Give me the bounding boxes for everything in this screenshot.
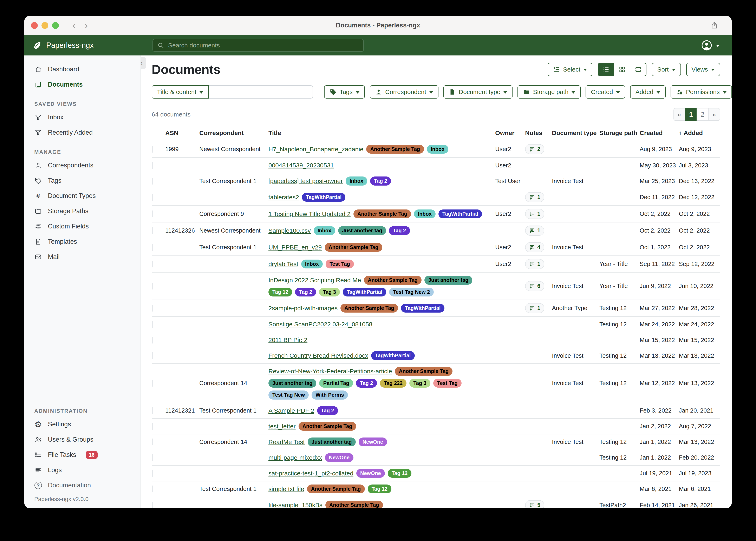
document-link[interactable]: file-sample_150kBs xyxy=(268,502,322,508)
filter-storage-path-button[interactable]: Storage path xyxy=(517,85,581,99)
share-icon[interactable] xyxy=(710,21,718,30)
sidebar-item-inbox[interactable]: Inbox xyxy=(24,110,141,125)
sidebar-item-templates[interactable]: Templates xyxy=(24,234,141,249)
tag-pill[interactable]: Another Sample Tag xyxy=(395,367,452,376)
filter-text-input[interactable] xyxy=(208,85,313,99)
row-checkbox[interactable] xyxy=(152,470,152,477)
filter-document-type-button[interactable]: Document type xyxy=(443,85,513,99)
notes-badge[interactable]: 5 xyxy=(525,500,544,508)
document-link[interactable]: test_letter xyxy=(268,423,296,430)
row-checkbox[interactable] xyxy=(152,227,152,234)
tag-pill[interactable]: Another Sample Tag xyxy=(299,422,356,431)
row-checkbox[interactable] xyxy=(152,162,152,169)
cell-storage-path[interactable]: Testing 12 xyxy=(599,321,640,328)
tag-pill[interactable]: Another Sample Tag xyxy=(325,243,382,252)
column-header-created[interactable]: Created xyxy=(640,130,679,137)
search-input[interactable] xyxy=(168,42,359,49)
filter-created-button[interactable]: Created xyxy=(586,85,625,99)
row-checkbox[interactable] xyxy=(152,423,152,430)
tag-pill[interactable]: TagWithPartial xyxy=(401,304,444,313)
pagination-prev-button[interactable]: « xyxy=(673,108,685,121)
row-checkbox[interactable] xyxy=(152,337,152,343)
cell-correspondent[interactable]: Test Correspondent 1 xyxy=(199,178,268,185)
global-search[interactable] xyxy=(152,39,364,52)
row-checkbox[interactable] xyxy=(152,261,152,268)
tag-pill[interactable]: Test Tag New xyxy=(268,390,309,399)
row-checkbox[interactable] xyxy=(152,380,152,386)
column-header-storage-path[interactable]: Storage path xyxy=(599,130,640,137)
cell-document-type[interactable]: Invoice Test xyxy=(552,244,599,251)
cell-correspondent[interactable]: Correspondent 14 xyxy=(199,380,268,386)
sidebar-item-correspondents[interactable]: Correspondents xyxy=(24,158,141,173)
row-checkbox[interactable] xyxy=(152,305,152,311)
document-link[interactable]: H7_Napoleon_Bonaparte_zadanie xyxy=(268,146,363,153)
cell-correspondent[interactable]: Test Correspondent 1 xyxy=(199,407,268,414)
row-checkbox[interactable] xyxy=(152,352,152,359)
cell-document-type[interactable]: Invoice Test xyxy=(552,438,599,445)
sidebar-item-mail[interactable]: Mail xyxy=(24,249,141,265)
user-menu[interactable] xyxy=(701,39,720,51)
view-details-button[interactable] xyxy=(630,63,646,76)
document-link[interactable]: sat-practice-test-1_pt2-collated xyxy=(268,470,353,477)
tag-pill[interactable]: Another Sample Tag xyxy=(353,210,411,219)
tag-pill[interactable]: Inbox xyxy=(301,260,323,269)
sidebar-item-tags[interactable]: Tags xyxy=(24,173,141,188)
view-list-button[interactable] xyxy=(598,63,614,76)
brand[interactable]: Paperless-ngx xyxy=(24,41,141,50)
view-grid-button[interactable] xyxy=(614,63,630,76)
document-link[interactable]: ReadMe Test xyxy=(268,438,305,445)
document-link[interactable]: multi-page-mixedxx xyxy=(268,454,322,461)
document-link[interactable]: A Sample PDF 2 xyxy=(268,407,314,414)
column-header-owner[interactable]: Owner xyxy=(495,130,525,137)
pagination-next-button[interactable]: » xyxy=(708,108,720,121)
document-link[interactable]: 2sample-pdf-with-images xyxy=(268,305,338,312)
cell-storage-path[interactable]: Year - Title xyxy=(599,261,640,268)
row-checkbox[interactable] xyxy=(152,321,152,328)
tag-pill[interactable]: Inbox xyxy=(414,210,436,219)
column-header-correspondent[interactable]: Correspondent xyxy=(199,130,268,137)
tag-pill[interactable]: NewOne xyxy=(359,437,387,447)
tag-pill[interactable]: Tag 2 xyxy=(356,379,377,388)
tag-pill[interactable]: Another Sample Tag xyxy=(366,145,424,154)
tag-pill[interactable]: Another Sample Tag xyxy=(307,484,365,494)
row-checkbox[interactable] xyxy=(152,178,152,185)
tag-pill[interactable]: TagWithPartial xyxy=(302,193,345,202)
tag-pill[interactable]: Just another tag xyxy=(424,275,472,285)
column-header-document-type[interactable]: Document type xyxy=(552,130,599,137)
minimize-window-button[interactable] xyxy=(41,22,48,29)
close-window-button[interactable] xyxy=(31,22,38,29)
notes-badge[interactable]: 1 xyxy=(525,192,544,202)
row-checkbox[interactable] xyxy=(152,194,152,201)
row-checkbox[interactable] xyxy=(152,407,152,414)
sidebar-item-users-groups[interactable]: Users & Groups xyxy=(24,432,141,447)
document-link[interactable]: drylab Test xyxy=(268,261,298,268)
document-link[interactable]: 1 Testing New Title Updated 2 xyxy=(268,211,351,218)
document-link[interactable]: Review-of-New-York-Federal-Petitions-art… xyxy=(268,368,392,375)
filter-permissions-button[interactable]: Permissions xyxy=(671,85,732,99)
document-link[interactable]: Sonstige ScanPC2022 03-24_081058 xyxy=(268,321,372,328)
cell-storage-path[interactable]: TestPath2 xyxy=(599,502,640,508)
sidebar-item-storage-paths[interactable]: Storage Paths xyxy=(24,204,141,219)
tag-pill[interactable]: TagWithPartial xyxy=(438,210,482,219)
tag-pill[interactable]: Tag 2 xyxy=(295,287,316,297)
column-header-asn[interactable]: ASN xyxy=(165,130,199,137)
column-header-title[interactable]: Title xyxy=(268,130,495,137)
filter-tags-button[interactable]: Tags xyxy=(324,85,365,99)
tag-pill[interactable]: Inbox xyxy=(346,177,367,186)
cell-storage-path[interactable]: Testing 12 xyxy=(599,380,640,386)
notes-badge[interactable]: 1 xyxy=(525,259,544,269)
tag-pill[interactable]: Tag 3 xyxy=(319,287,340,297)
tag-pill[interactable]: Tag 222 xyxy=(380,379,406,388)
cell-storage-path[interactable]: Testing 12 xyxy=(599,438,640,445)
select-button[interactable]: Select xyxy=(548,63,592,76)
tag-pill[interactable]: Tag 12 xyxy=(388,469,411,478)
document-link[interactable]: [paperless] test post-owner xyxy=(268,178,343,185)
tag-pill[interactable]: Tag 12 xyxy=(368,484,391,494)
tag-pill[interactable]: Test Tag xyxy=(326,260,354,269)
notes-badge[interactable]: 2 xyxy=(525,144,544,154)
document-link[interactable]: InDesign 2022 Scripting Read Me xyxy=(268,277,361,284)
notes-badge[interactable]: 6 xyxy=(525,281,544,291)
sidebar-item-file-tasks[interactable]: File Tasks16 xyxy=(24,447,141,462)
tag-pill[interactable]: Partial Tag xyxy=(319,379,353,388)
cell-storage-path[interactable]: Testing 12 xyxy=(599,352,640,359)
